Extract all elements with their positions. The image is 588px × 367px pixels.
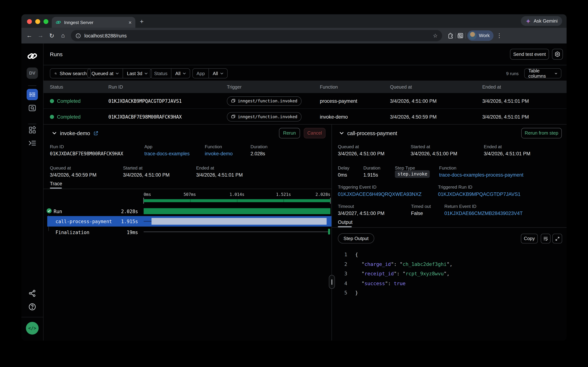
tab-trace[interactable]: Trace [50, 181, 62, 186]
column-header[interactable]: Trigger [227, 81, 242, 93]
event-icon [231, 114, 236, 119]
close-window-button[interactable] [27, 19, 32, 24]
table-columns-button[interactable]: Table columns [524, 68, 561, 78]
zoom-window-button[interactable] [43, 19, 48, 24]
step-output-label: Step Output [343, 236, 369, 241]
code-line[interactable]: 3 receipt_id: rcpt_9xyz8wvu, [331, 269, 567, 279]
triggering-event-id-link[interactable]: 01KJXDACEC6H49QRQXWEA93NXZ [338, 191, 422, 197]
reload-icon[interactable]: ↻ [46, 32, 58, 39]
rerun-from-step-button[interactable]: Rerun from step [521, 128, 562, 138]
runs-table-header: Status Run ID Trigger Function Queued at… [43, 81, 567, 93]
table-row[interactable]: Completed 01KJXDACBF7E98M00RAFCK9HAX inn… [43, 109, 567, 125]
settings-button[interactable] [552, 49, 563, 60]
copy-button[interactable]: Copy [521, 234, 538, 243]
column-header[interactable]: Status [50, 81, 63, 93]
code-line[interactable]: 2 charge_id: ch_1abc2def3ghi, [331, 259, 567, 269]
line-number: 5 [341, 290, 347, 296]
column-header[interactable]: Ended at [482, 81, 501, 93]
time-range-select[interactable]: Last 3d [123, 68, 152, 78]
extensions-icon[interactable] [447, 32, 454, 39]
url-bar[interactable]: localhost:8288/runs ☆ [71, 30, 442, 41]
sidebar-item-apps[interactable] [28, 126, 37, 134]
ask-gemini-button[interactable]: Ask Gemini [521, 16, 562, 26]
dev-server-button[interactable]: </> [26, 322, 39, 335]
browser-tab[interactable]: Inngest Server × [52, 17, 135, 28]
tab-output[interactable]: Output [338, 219, 353, 225]
sidebar-item-events[interactable] [28, 103, 37, 113]
help-icon[interactable] [28, 303, 36, 311]
time-filter[interactable]: Queued at Last 3d [87, 68, 152, 78]
trace-row-name[interactable]: Finalization [56, 230, 89, 235]
word-wrap-button[interactable] [541, 234, 551, 243]
site-info-icon[interactable] [75, 33, 81, 38]
started-at-value: 3/4/2026, 4:51:00 PM [411, 151, 457, 156]
rerun-label: Rerun [283, 131, 296, 136]
search-tabs-icon[interactable] [457, 32, 464, 39]
rerun-button[interactable]: Rerun [279, 128, 300, 138]
trigger-pill[interactable]: inngest/function.invoked [227, 112, 301, 122]
send-test-event-label: Send test event [513, 52, 546, 57]
detail-panels: invoke-demo Rerun Cancel Run ID App Func… [43, 125, 567, 341]
chevron-down-icon[interactable] [340, 131, 344, 135]
expand-button[interactable] [552, 234, 562, 243]
trace-bar-step[interactable] [151, 218, 327, 225]
run-id-label: Run ID [50, 144, 64, 149]
status-dot-icon [50, 115, 54, 119]
column-header[interactable]: Function [320, 81, 338, 93]
trace-row-name[interactable]: call-process-payment [56, 219, 112, 224]
back-icon[interactable]: ← [24, 32, 35, 39]
app-filter-value[interactable]: All [209, 68, 227, 78]
column-header[interactable]: Queued at [390, 81, 412, 93]
browser-menu-icon[interactable]: ⋮ [497, 32, 502, 39]
app-link[interactable]: trace-docs-examples [144, 151, 190, 156]
started-at-label: Started at [123, 166, 142, 171]
triggered-run-id-link[interactable]: 01KJXDACKB9MPQACGTDP7JAVS1 [438, 191, 521, 197]
code-token: } [355, 290, 358, 296]
inngest-app: DV [21, 43, 567, 341]
sidebar-item-runs[interactable] [26, 89, 38, 100]
trace-minimap-bar[interactable] [144, 199, 330, 202]
column-header[interactable]: Run ID [108, 81, 123, 93]
status-filter[interactable]: Status All [150, 68, 190, 78]
profile-chip[interactable]: Work [467, 30, 493, 41]
code-line[interactable]: 5 } [331, 288, 567, 298]
minimize-window-button[interactable] [35, 19, 40, 24]
trace-row-name[interactable]: Run [54, 209, 62, 214]
timeout-value: 3/4/2027, 4:51:00 PM [338, 210, 384, 216]
trace-bar-run[interactable] [144, 208, 330, 214]
ask-gemini-label: Ask Gemini [534, 18, 558, 24]
app-filter[interactable]: App All [192, 68, 228, 78]
filter-bar: Show search Queued at Last 3d [43, 65, 567, 81]
external-link-icon[interactable] [93, 131, 98, 136]
code-line[interactable]: 4 success: true [331, 278, 567, 288]
step-function-link[interactable]: trace-docs-examples-process-payment [439, 172, 523, 178]
return-event-id-link[interactable]: 01KJXDAE66CMZMB28439023V4T [444, 210, 523, 216]
cancel-button[interactable]: Cancel [304, 128, 326, 138]
bookmark-star-icon[interactable]: ☆ [433, 33, 438, 39]
env-badge[interactable]: DV [26, 67, 38, 79]
function-cell: process-payment [320, 93, 357, 109]
chevron-down-icon[interactable] [52, 131, 57, 135]
home-icon[interactable]: ⌂ [58, 32, 69, 39]
url-text[interactable]: localhost:8288/runs [84, 33, 430, 38]
send-test-event-button[interactable]: Send test event [510, 49, 549, 60]
function-link[interactable]: invoke-demo [205, 151, 233, 156]
started-at-value: 3/4/2026, 4:51:00 PM [123, 172, 170, 178]
code-line[interactable]: 1 { [331, 250, 567, 259]
sidebar-divider [28, 124, 36, 124]
trace-bar-finalization[interactable] [328, 229, 330, 234]
delay-label: Delay [338, 166, 349, 171]
trigger-pill[interactable]: inngest/function.invoked [227, 96, 301, 106]
step-output-button[interactable]: Step Output [338, 233, 374, 243]
status-filter-value[interactable]: All [172, 68, 190, 78]
table-row[interactable]: Completed 01KJXDACKB9MPQACGTDP7JAVS1 inn… [43, 93, 567, 109]
tab-close-icon[interactable]: × [129, 20, 132, 25]
forward-icon[interactable]: → [35, 32, 46, 39]
share-icon[interactable] [28, 289, 36, 297]
time-tick: 0ms [144, 192, 151, 197]
show-search-button[interactable]: Show search [50, 68, 91, 78]
time-field-select[interactable]: Queued at [88, 68, 123, 78]
sidebar-item-terminal[interactable] [28, 139, 37, 147]
new-tab-button[interactable]: + [140, 18, 143, 25]
queued-at-value: 3/4/2026, 4:51:00 PM [338, 151, 384, 156]
